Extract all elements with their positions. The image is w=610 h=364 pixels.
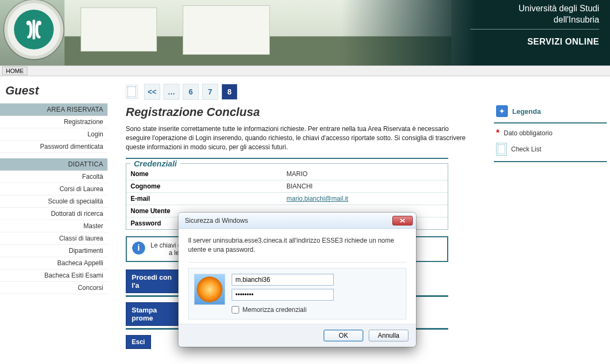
sidebar-section-reserved: AREA RISERVATA bbox=[0, 104, 107, 116]
info-text-prefix: Le chiavi d bbox=[150, 242, 181, 249]
dialog-title: Sicurezza di Windows bbox=[185, 217, 248, 224]
dialog-ok-button[interactable]: OK bbox=[324, 330, 363, 341]
university-name-line2: dell'Insubria bbox=[470, 14, 599, 26]
university-logo bbox=[4, 0, 63, 59]
table-row: E-mailmario.bianchi@mail.it bbox=[126, 193, 448, 205]
dialog-body: Il server uninsubria.esse3.cineca.it all… bbox=[178, 229, 416, 324]
sidebar-item-scuole[interactable]: Scuole di specialità bbox=[0, 195, 107, 208]
header-banner: Università degli Studi dell'Insubria SER… bbox=[0, 0, 610, 65]
sidebar-item-classi[interactable]: Classi di laurea bbox=[0, 232, 107, 245]
windows-security-dialog: Sicurezza di Windows Il server uninsubri… bbox=[178, 213, 416, 347]
logo-inner bbox=[14, 10, 54, 49]
sidebar-item-concorsi[interactable]: Concorsi bbox=[0, 282, 107, 294]
right-divider bbox=[494, 161, 607, 162]
page-title: Registrazione Conclusa bbox=[126, 105, 472, 119]
sidebar-item-facolta[interactable]: Facoltà bbox=[0, 171, 107, 183]
value-cognome: BIANCHI bbox=[282, 180, 448, 193]
label-nome: Nome bbox=[126, 168, 282, 180]
sidebar-item-login[interactable]: Login bbox=[0, 128, 107, 141]
dialog-message: Il server uninsubria.esse3.cineca.it all… bbox=[188, 236, 406, 254]
checklist-label: Check List bbox=[511, 145, 541, 153]
university-name-line1: Università degli Studi bbox=[470, 3, 599, 14]
required-label: Dato obbligatorio bbox=[504, 129, 552, 137]
sidebar-item-bacheca-appelli[interactable]: Bacheca Appelli bbox=[0, 257, 107, 270]
dialog-credentials-panel: Memorizza credenziali bbox=[188, 268, 406, 319]
dialog-username-input[interactable] bbox=[232, 274, 334, 286]
checklist-pager-icon bbox=[126, 85, 138, 99]
nav-home[interactable]: HOME bbox=[2, 67, 27, 75]
table-row: NomeMARIO bbox=[126, 168, 448, 180]
close-icon bbox=[400, 219, 405, 223]
sidebar-item-corsi[interactable]: Corsi di Laurea bbox=[0, 183, 107, 195]
credentials-legend: Credenziali bbox=[131, 159, 180, 168]
dialog-titlebar: Sicurezza di Windows bbox=[178, 213, 416, 229]
dialog-remember-row[interactable]: Memorizza credenziali bbox=[232, 306, 400, 314]
sidebar-item-password-dimenticata[interactable]: Password dimenticata bbox=[0, 141, 107, 153]
legend-row: Legenda bbox=[494, 105, 607, 117]
dialog-remember-label: Memorizza credenziali bbox=[242, 306, 306, 314]
logo-glyph-icon bbox=[21, 17, 47, 42]
value-nome: MARIO bbox=[282, 168, 448, 180]
sidebar-item-dottorati[interactable]: Dottorati di ricerca bbox=[0, 208, 107, 220]
right-divider bbox=[494, 122, 607, 123]
checklist-row: Check List bbox=[494, 143, 607, 156]
pager-prev[interactable]: << bbox=[144, 84, 160, 100]
required-row: * Dato obbligatorio bbox=[494, 129, 607, 137]
sidebar-item-master[interactable]: Master bbox=[0, 220, 107, 232]
sidebar: Guest AREA RISERVATA Registrazione Login… bbox=[0, 76, 107, 362]
stampa-button[interactable]: Stampa prome bbox=[126, 302, 180, 326]
dialog-password-input[interactable] bbox=[232, 289, 334, 301]
pager-7[interactable]: 7 bbox=[202, 84, 218, 100]
top-nav: HOME bbox=[0, 65, 610, 76]
right-column: Legenda * Dato obbligatorio Check List bbox=[494, 76, 610, 362]
procedi-button[interactable]: Procedi con l'a bbox=[126, 270, 180, 293]
user-avatar-icon bbox=[194, 274, 225, 305]
dialog-separator bbox=[188, 262, 406, 263]
services-online-label: SERVIZI ONLINE bbox=[470, 37, 599, 47]
dialog-footer: OK Annulla bbox=[178, 324, 416, 347]
asterisk-icon: * bbox=[496, 129, 499, 137]
sidebar-section-didattica: DIDATTICA bbox=[0, 158, 107, 171]
dialog-remember-checkbox[interactable] bbox=[232, 306, 239, 314]
svg-point-1 bbox=[37, 21, 41, 25]
svg-point-0 bbox=[26, 21, 31, 25]
legend-label: Legenda bbox=[512, 107, 541, 115]
sidebar-item-bacheca-esiti[interactable]: Bacheca Esiti Esami bbox=[0, 270, 107, 282]
sidebar-user: Guest bbox=[0, 76, 107, 104]
info-icon: i bbox=[132, 242, 145, 254]
checklist-icon bbox=[496, 143, 507, 156]
pager-8[interactable]: 8 bbox=[221, 84, 238, 100]
banner-divider bbox=[470, 29, 599, 30]
table-row: CognomeBIANCHI bbox=[126, 180, 448, 193]
step-pager: << … 6 7 8 bbox=[126, 84, 472, 100]
pager-dots[interactable]: … bbox=[163, 84, 180, 100]
label-cognome: Cognome bbox=[126, 180, 282, 193]
esci-button[interactable]: Esci bbox=[126, 335, 151, 349]
intro-text: Sono state inserite correttamente tutte … bbox=[126, 125, 470, 151]
pager-6[interactable]: 6 bbox=[183, 84, 199, 100]
value-email[interactable]: mario.bianchi@mail.it bbox=[286, 195, 348, 202]
pin-icon bbox=[496, 105, 508, 117]
banner-text: Università degli Studi dell'Insubria SER… bbox=[470, 3, 599, 47]
sidebar-item-registrazione[interactable]: Registrazione bbox=[0, 116, 107, 128]
dialog-cancel-button[interactable]: Annulla bbox=[369, 330, 408, 341]
label-email: E-mail bbox=[126, 193, 282, 205]
dialog-close-button[interactable] bbox=[392, 216, 413, 225]
sidebar-item-dipartimenti[interactable]: Dipartimenti bbox=[0, 245, 107, 257]
